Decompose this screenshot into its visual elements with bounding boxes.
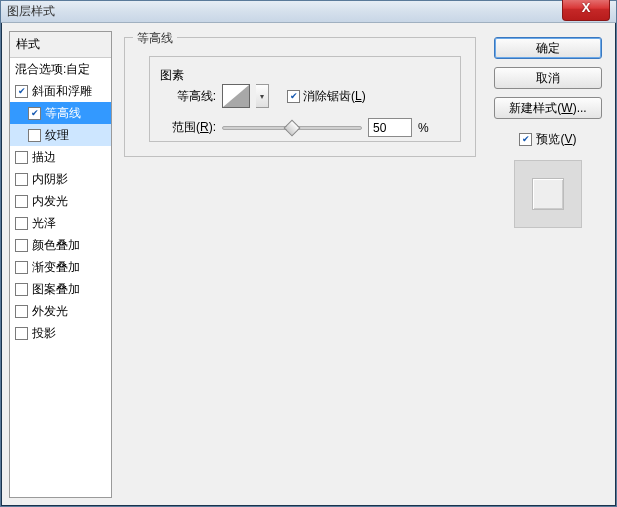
range-unit: % [418, 121, 429, 135]
layer-style-dialog: 图层样式 X 样式 混合选项:自定斜面和浮雕等高线纹理描边内阴影内发光光泽颜色叠… [0, 0, 617, 507]
sidebar-item-label: 投影 [32, 325, 56, 342]
sidebar-item-checkbox[interactable] [15, 173, 28, 186]
sidebar-item-checkbox[interactable] [15, 151, 28, 164]
antialias-checkbox-box [287, 90, 300, 103]
style-sidebar: 样式 混合选项:自定斜面和浮雕等高线纹理描边内阴影内发光光泽颜色叠加渐变叠加图案… [9, 31, 112, 498]
elements-group: 图素 等高线: ▾ 消除锯齿(L) 范围(R): [149, 56, 461, 142]
sidebar-item-checkbox[interactable] [15, 195, 28, 208]
sidebar-item-5[interactable]: 内阴影 [10, 168, 111, 190]
sidebar-item-label: 渐变叠加 [32, 259, 80, 276]
ok-button[interactable]: 确定 [494, 37, 602, 59]
action-panel: 确定 取消 新建样式(W)... 预览(V) [488, 31, 608, 498]
range-label: 范围(R): [160, 119, 216, 136]
sidebar-item-checkbox[interactable] [15, 327, 28, 340]
sidebar-item-checkbox[interactable] [15, 239, 28, 252]
range-row: 范围(R): % [160, 118, 450, 137]
sidebar-item-0[interactable]: 混合选项:自定 [10, 58, 111, 80]
cancel-button[interactable]: 取消 [494, 67, 602, 89]
antialias-label: 消除锯齿(L) [303, 88, 366, 105]
sidebar-item-label: 光泽 [32, 215, 56, 232]
preview-swatch [514, 160, 582, 228]
sidebar-item-label: 斜面和浮雕 [32, 83, 92, 100]
window-title: 图层样式 [7, 3, 55, 20]
sidebar-item-checkbox[interactable] [15, 217, 28, 230]
antialias-checkbox[interactable]: 消除锯齿(L) [287, 88, 366, 105]
contour-picker[interactable] [222, 84, 250, 108]
sidebar-item-12[interactable]: 投影 [10, 322, 111, 344]
sidebar-item-checkbox[interactable] [28, 129, 41, 142]
sidebar-item-label: 描边 [32, 149, 56, 166]
new-style-button[interactable]: 新建样式(W)... [494, 97, 602, 119]
sidebar-item-label: 外发光 [32, 303, 68, 320]
settings-panel: 等高线 图素 等高线: ▾ 消除锯齿(L) 范围(R): [120, 31, 480, 498]
sidebar-list: 混合选项:自定斜面和浮雕等高线纹理描边内阴影内发光光泽颜色叠加渐变叠加图案叠加外… [10, 58, 111, 497]
contour-dropdown-arrow[interactable]: ▾ [256, 84, 269, 108]
contour-label: 等高线: [160, 88, 216, 105]
sidebar-item-11[interactable]: 外发光 [10, 300, 111, 322]
sidebar-item-label: 混合选项:自定 [15, 61, 90, 78]
elements-group-legend: 图素 [160, 68, 184, 82]
sidebar-item-2[interactable]: 等高线 [10, 102, 111, 124]
contour-group: 等高线 图素 等高线: ▾ 消除锯齿(L) 范围(R): [124, 37, 476, 157]
sidebar-item-9[interactable]: 渐变叠加 [10, 256, 111, 278]
sidebar-item-label: 等高线 [45, 105, 81, 122]
sidebar-item-4[interactable]: 描边 [10, 146, 111, 168]
sidebar-item-3[interactable]: 纹理 [10, 124, 111, 146]
sidebar-item-label: 内阴影 [32, 171, 68, 188]
preview-checkbox-box [519, 133, 532, 146]
sidebar-item-checkbox[interactable] [15, 305, 28, 318]
sidebar-item-7[interactable]: 光泽 [10, 212, 111, 234]
sidebar-item-checkbox[interactable] [15, 283, 28, 296]
sidebar-item-checkbox[interactable] [15, 261, 28, 274]
contour-row: 等高线: ▾ 消除锯齿(L) [160, 84, 450, 108]
sidebar-header: 样式 [10, 32, 111, 58]
range-slider-thumb[interactable] [284, 119, 301, 136]
sidebar-item-10[interactable]: 图案叠加 [10, 278, 111, 300]
preview-label: 预览(V) [536, 131, 576, 148]
close-button[interactable]: X [562, 0, 610, 21]
sidebar-item-6[interactable]: 内发光 [10, 190, 111, 212]
dialog-content: 样式 混合选项:自定斜面和浮雕等高线纹理描边内阴影内发光光泽颜色叠加渐变叠加图案… [1, 23, 616, 506]
sidebar-item-label: 内发光 [32, 193, 68, 210]
preview-swatch-inner [532, 178, 564, 210]
sidebar-item-1[interactable]: 斜面和浮雕 [10, 80, 111, 102]
sidebar-item-checkbox[interactable] [28, 107, 41, 120]
sidebar-item-8[interactable]: 颜色叠加 [10, 234, 111, 256]
sidebar-item-label: 纹理 [45, 127, 69, 144]
contour-group-legend: 等高线 [133, 30, 177, 47]
preview-checkbox[interactable]: 预览(V) [519, 131, 576, 148]
sidebar-item-label: 颜色叠加 [32, 237, 80, 254]
titlebar[interactable]: 图层样式 [1, 1, 616, 23]
sidebar-item-checkbox[interactable] [15, 85, 28, 98]
sidebar-item-label: 图案叠加 [32, 281, 80, 298]
range-input[interactable] [368, 118, 412, 137]
range-slider[interactable] [222, 126, 362, 130]
